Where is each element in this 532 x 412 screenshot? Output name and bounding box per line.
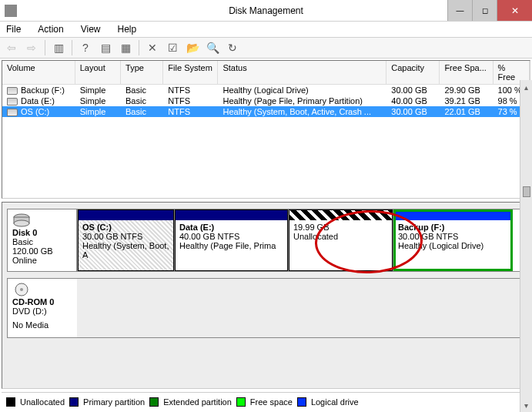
legend-unalloc-swatch	[6, 397, 15, 407]
partition[interactable]: Backup (F:) 30.00 GB NTFS Healthy (Logic…	[393, 209, 513, 271]
scrollbar[interactable]: ▴ ▾	[520, 80, 532, 412]
minimize-button[interactable]: —	[447, 0, 472, 21]
maximize-button[interactable]: ◻	[472, 0, 497, 21]
disk0-head[interactable]: Disk 0 Basic 120.00 GB Online	[8, 209, 77, 271]
column-header[interactable]: Status	[218, 61, 386, 84]
cdrom-row[interactable]: CD-ROM 0 DVD (D:) No Media	[7, 278, 525, 338]
legend-extended-swatch	[149, 397, 159, 407]
properties-icon[interactable]: ☑	[164, 39, 181, 56]
cdrom-head[interactable]: CD-ROM 0 DVD (D:) No Media	[8, 279, 77, 337]
volume-icon	[7, 98, 18, 106]
volume-row[interactable]: OS (C:) Simple Basic NTFS Healthy (Syste…	[2, 106, 530, 117]
disk0-status: Online	[12, 256, 72, 265]
menu-view[interactable]: View	[78, 23, 104, 35]
volume-row[interactable]: Data (E:) Simple Basic NTFS Healthy (Pag…	[2, 95, 530, 106]
forward-button[interactable]: ⇨	[23, 39, 40, 56]
legend: Unallocated Primary partition Extended p…	[2, 392, 530, 410]
cdrom-label: CD-ROM 0	[12, 297, 72, 306]
settings-icon[interactable]: ▤	[97, 39, 114, 56]
legend-logical-swatch	[297, 397, 306, 407]
menu-help[interactable]: Help	[115, 23, 140, 35]
column-header[interactable]: Free Spa...	[440, 61, 493, 84]
cdrom-status: No Media	[12, 320, 72, 330]
volume-icon	[7, 87, 18, 95]
open-icon[interactable]: 📂	[184, 39, 201, 56]
column-header[interactable]: Capacity	[386, 61, 440, 84]
disk-graph-pane[interactable]: Disk 0 Basic 120.00 GB Online OS (C:) 30…	[2, 202, 530, 389]
volume-icon	[7, 109, 18, 116]
column-header[interactable]: Type	[121, 61, 163, 84]
svg-point-4	[20, 288, 23, 291]
disk-icon	[12, 213, 31, 228]
view-icon[interactable]: ▥	[50, 39, 67, 56]
delete-icon[interactable]: ✕	[144, 39, 161, 56]
menu-action[interactable]: Action	[35, 23, 66, 35]
column-header[interactable]: File System	[163, 61, 218, 84]
legend-primary-swatch	[69, 397, 79, 407]
scroll-down-icon[interactable]: ▾	[520, 398, 532, 412]
help-icon[interactable]: ?	[77, 39, 94, 56]
search-icon[interactable]: 🔍	[204, 39, 221, 56]
column-header[interactable]: Layout	[75, 61, 121, 84]
cdrom-icon	[12, 282, 31, 297]
list-icon[interactable]: ▦	[117, 39, 134, 56]
disk0-size: 120.00 GB	[12, 246, 72, 256]
cdrom-type: DVD (D:)	[12, 306, 72, 316]
menu-file[interactable]: File	[3, 23, 24, 35]
column-header[interactable]: Volume	[2, 61, 75, 84]
legend-free-swatch	[236, 397, 246, 407]
scroll-up-icon[interactable]: ▴	[520, 80, 532, 94]
partition[interactable]: Data (E:) 40.00 GB NTFS Healthy (Page Fi…	[174, 209, 288, 271]
refresh-icon[interactable]: ↻	[224, 39, 241, 56]
app-icon	[5, 5, 17, 17]
svg-point-2	[14, 220, 29, 226]
volume-row[interactable]: Backup (F:) Simple Basic NTFS Healthy (L…	[2, 85, 530, 95]
scroll-thumb[interactable]	[523, 186, 530, 197]
back-button[interactable]: ⇦	[3, 39, 20, 56]
disk0-label: Disk 0	[12, 228, 72, 237]
disk0-type: Basic	[12, 237, 72, 246]
partition[interactable]: 19.99 GB Unallocated	[288, 209, 393, 271]
partition[interactable]: OS (C:) 30.00 GB NTFS Healthy (System, B…	[77, 209, 174, 271]
close-button[interactable]: ✕	[497, 0, 532, 21]
volume-list[interactable]: VolumeLayoutTypeFile SystemStatusCapacit…	[2, 60, 530, 199]
disk0-row[interactable]: Disk 0 Basic 120.00 GB Online OS (C:) 30…	[7, 209, 525, 272]
